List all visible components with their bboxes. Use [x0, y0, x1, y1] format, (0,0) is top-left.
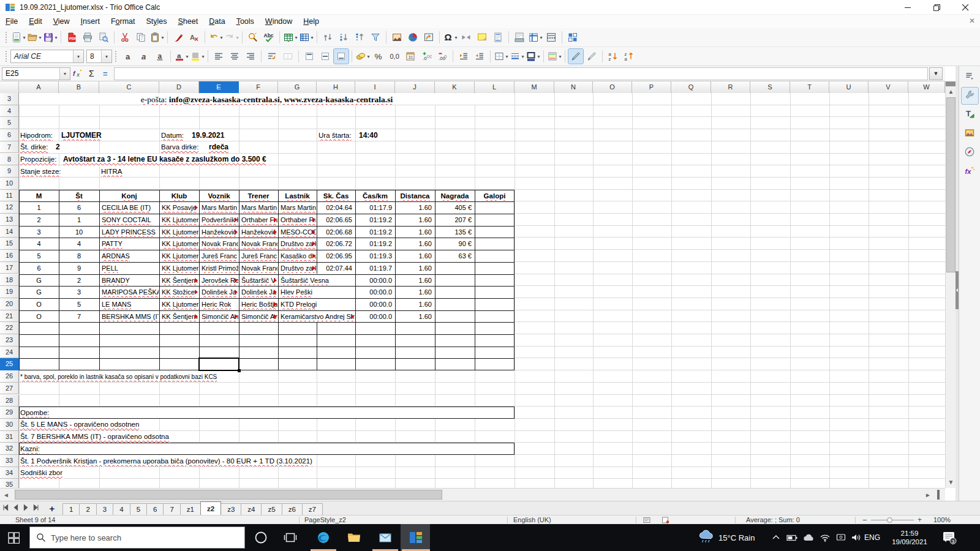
- export-pdf-button[interactable]: PDF: [64, 30, 79, 45]
- info-text[interactable]: LJUTOMER: [61, 130, 103, 141]
- row-header-31[interactable]: 31: [0, 431, 19, 443]
- table-cell[interactable]: 6: [20, 263, 58, 274]
- table-cell[interactable]: 1.60: [396, 214, 434, 225]
- menu-insert[interactable]: Insert: [75, 15, 105, 28]
- column-header-H[interactable]: H: [317, 81, 355, 93]
- info-text[interactable]: HITRA: [101, 166, 124, 178]
- add-decimal-button[interactable]: .000: [419, 49, 434, 64]
- function-wizard-icon[interactable]: fx: [70, 67, 85, 80]
- column-header-L[interactable]: L: [475, 81, 514, 93]
- sheet-tab-2[interactable]: 2: [79, 503, 96, 515]
- table-cell[interactable]: Novak Franc: [239, 263, 277, 274]
- table-cell[interactable]: 8: [59, 250, 99, 261]
- sidebar-styles-button[interactable]: T: [962, 107, 978, 123]
- sheet-tab-6[interactable]: 6: [146, 503, 164, 515]
- column-header-I[interactable]: I: [355, 81, 395, 93]
- info-text[interactable]: Št. dirke:: [20, 141, 49, 153]
- table-cell[interactable]: 7: [59, 311, 99, 322]
- table-cell[interactable]: 405 €: [435, 202, 474, 213]
- row-header-14[interactable]: 14: [0, 226, 19, 238]
- table-cell[interactable]: KK Stožice: [160, 287, 198, 298]
- menu-window[interactable]: Window: [260, 15, 298, 28]
- info-text[interactable]: Hipodrom:: [20, 130, 54, 141]
- print-button[interactable]: [80, 30, 95, 45]
- info-text[interactable]: Avtoštart za 3 - 14 letne EU kasače z za…: [63, 154, 268, 165]
- tray-connect[interactable]: [833, 524, 849, 551]
- conditional-formatting-dropdown-icon[interactable]: ▾: [559, 54, 561, 59]
- row-header-22[interactable]: 22: [0, 322, 19, 334]
- scroll-left-icon[interactable]: ◄: [0, 489, 12, 501]
- undo-dropdown-icon[interactable]: ▾: [220, 35, 222, 40]
- scroll-down-icon[interactable]: ▼: [946, 477, 956, 487]
- font-color-dropdown-icon[interactable]: ▾: [186, 54, 188, 59]
- table-cell[interactable]: 02:06.72: [317, 238, 355, 249]
- vertical-scrollbar[interactable]: ▲▼: [945, 81, 956, 488]
- column-header-R[interactable]: R: [711, 81, 750, 93]
- table-cell[interactable]: MESO-COO: [279, 227, 316, 238]
- zoom-in-icon[interactable]: +: [918, 515, 922, 524]
- autofilter-button[interactable]: [368, 30, 383, 45]
- table-cell[interactable]: 01:19.7: [356, 263, 394, 274]
- previous-sheet-icon[interactable]: [11, 503, 21, 514]
- table-cell[interactable]: KK Ljutomer: [160, 263, 198, 274]
- row-header-26[interactable]: 26: [0, 370, 19, 383]
- row-header-10[interactable]: 10: [0, 178, 19, 190]
- table-cell[interactable]: KK Šentjern: [160, 275, 198, 286]
- sheet-tab-z6[interactable]: z6: [282, 503, 303, 515]
- table-cell[interactable]: 135 €: [435, 227, 474, 238]
- table-cell[interactable]: Hlev Peški: [279, 287, 355, 298]
- row-header-32[interactable]: 32: [0, 443, 19, 455]
- insert-columns-dropdown-icon[interactable]: ▾: [311, 35, 313, 40]
- table-cell[interactable]: 9: [59, 263, 99, 274]
- row-header-16[interactable]: 16: [0, 250, 19, 262]
- table-cell[interactable]: ARDNAS: [100, 250, 159, 261]
- equals-icon[interactable]: =: [99, 67, 113, 80]
- save-button[interactable]: ▾: [43, 30, 58, 45]
- table-cell[interactable]: 1.60: [396, 275, 434, 286]
- tray-wifi[interactable]: [817, 524, 833, 551]
- row-header-28[interactable]: 28: [0, 395, 19, 407]
- vertical-split-handle[interactable]: [946, 81, 956, 86]
- weather-widget[interactable]: 15°C Rain: [698, 524, 766, 551]
- scroll-right-icon[interactable]: ►: [922, 489, 934, 501]
- highlight-color-dropdown-icon[interactable]: ▾: [202, 54, 204, 59]
- row-header-9[interactable]: 9: [0, 165, 19, 178]
- find-replace-button[interactable]: [246, 30, 260, 45]
- menu-tools[interactable]: Tools: [231, 15, 260, 28]
- new-document-dropdown-icon[interactable]: ▾: [23, 35, 25, 40]
- row-header-35[interactable]: 35: [0, 479, 19, 488]
- table-cell[interactable]: Jureš Franc: [200, 250, 238, 261]
- align-right-button[interactable]: [243, 49, 258, 64]
- tray-battery[interactable]: [784, 524, 800, 551]
- sheet-tab-4[interactable]: 4: [113, 503, 130, 515]
- taskbar-file-explorer-button[interactable]: [340, 524, 368, 551]
- save-dropdown-icon[interactable]: ▾: [55, 35, 57, 40]
- copy-button[interactable]: [134, 30, 148, 45]
- table-cell[interactable]: 00:00.0: [356, 287, 394, 298]
- table-cell[interactable]: 2: [59, 275, 99, 286]
- table-cell[interactable]: 1.60: [396, 287, 434, 298]
- table-cell[interactable]: 207 €: [435, 214, 474, 225]
- info-text[interactable]: 19.9.2021: [192, 130, 225, 141]
- info-text[interactable]: Ura štarta:: [318, 130, 353, 141]
- table-cell[interactable]: CECILIA BE (IT): [100, 202, 159, 213]
- menu-help[interactable]: Help: [298, 15, 325, 28]
- hyperlink-button[interactable]: [459, 30, 473, 45]
- table-cell[interactable]: Simončič An: [200, 311, 238, 322]
- formula-input[interactable]: [114, 67, 928, 80]
- note-cell[interactable]: Št. 5 LE MANS - opravičeno odsotnen: [20, 419, 141, 430]
- table-cell[interactable]: O: [20, 299, 58, 310]
- special-character-dropdown-icon[interactable]: ▾: [454, 35, 457, 40]
- menu-view[interactable]: View: [48, 15, 75, 28]
- row-header-11[interactable]: 11: [0, 190, 19, 202]
- note-cell[interactable]: Kazni:: [20, 443, 42, 455]
- minimize-button[interactable]: [894, 0, 922, 15]
- insert-comment-button[interactable]: [475, 30, 489, 45]
- column-header-W[interactable]: W: [908, 81, 945, 93]
- table-cell[interactable]: 10: [59, 227, 99, 238]
- zoom-level[interactable]: 100%: [933, 516, 951, 523]
- info-text[interactable]: Propozicije:: [20, 154, 58, 165]
- note-cell[interactable]: Št. 1 Podveršnik Kristjan - prekomerna u…: [20, 455, 314, 467]
- taskbar-mail-button[interactable]: [371, 524, 399, 551]
- column-header-T[interactable]: T: [790, 81, 829, 93]
